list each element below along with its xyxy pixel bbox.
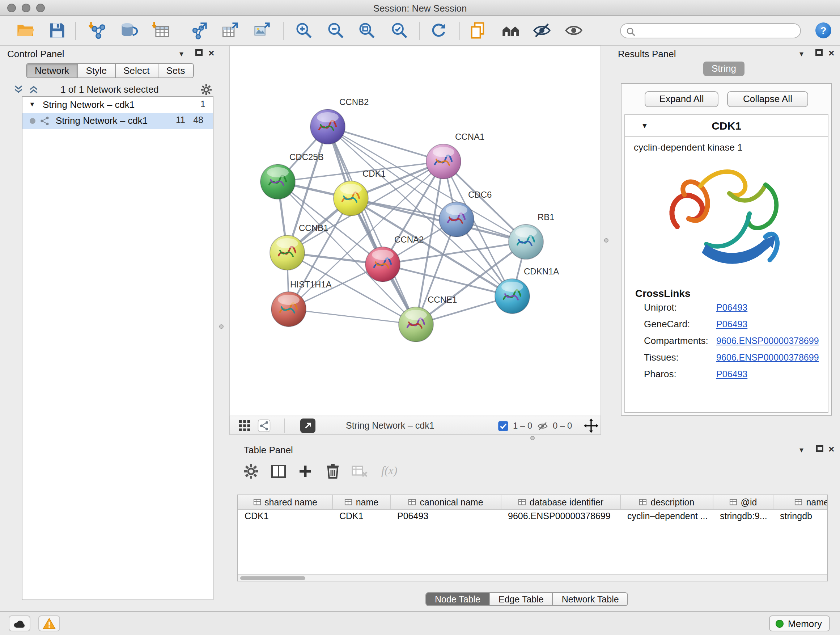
copy-document-icon[interactable] (468, 21, 487, 40)
crosslink-link[interactable]: P06493 (716, 369, 747, 379)
tab-network[interactable]: Network (27, 64, 78, 78)
memory-button[interactable]: Memory (769, 616, 830, 631)
panel-menu-icon[interactable]: ▾ (799, 49, 804, 58)
network-node[interactable] (495, 279, 530, 314)
panel-float-icon[interactable] (815, 49, 823, 56)
network-node[interactable] (365, 247, 400, 282)
table-header-cell[interactable]: canonical name (391, 495, 501, 509)
table-cell[interactable]: stringdb (774, 510, 828, 524)
crosslink-link[interactable]: P06493 (716, 319, 747, 329)
table-cell[interactable]: CDK1 (333, 510, 391, 524)
table-cell[interactable]: cyclin–dependent ... (621, 510, 714, 524)
collapse-all-button[interactable]: Collapse All (727, 91, 808, 107)
network-canvas[interactable]: CCNB2CCNA1CDC25BCDK1CDC6RB1CCNB1CCNA2CDK… (229, 46, 601, 416)
export-table-icon[interactable] (221, 21, 240, 40)
tab-style[interactable]: Style (78, 64, 115, 78)
crosslink-link[interactable]: 9606.ENSP00000378699 (716, 336, 819, 346)
add-column-icon[interactable] (297, 463, 314, 480)
show-graphics-details-icon[interactable] (564, 21, 583, 40)
network-row[interactable]: String Network – cdk1 11 48 (22, 113, 213, 129)
import-table-file-icon[interactable] (152, 21, 171, 40)
table-cell[interactable]: P06493 (391, 510, 501, 524)
expand-all-button[interactable]: Expand All (645, 91, 718, 107)
table-header-cell[interactable]: namespace (774, 495, 828, 509)
table-header-cell[interactable]: description (621, 495, 714, 509)
panel-close-icon[interactable]: × (208, 49, 214, 57)
network-node[interactable] (310, 109, 345, 144)
tab-string[interactable]: String (703, 62, 745, 76)
zoom-in-icon[interactable] (294, 21, 313, 40)
zoom-out-icon[interactable] (326, 21, 345, 40)
network-node[interactable] (399, 307, 433, 342)
tab-sets[interactable]: Sets (158, 64, 193, 78)
tab-select[interactable]: Select (115, 64, 158, 78)
table-header-cell[interactable]: shared name (238, 495, 333, 509)
network-node[interactable] (271, 292, 306, 326)
scrollbar-thumb[interactable] (240, 576, 305, 580)
function-builder-icon[interactable]: f(x) (381, 464, 397, 477)
tree-expander-icon[interactable]: ▼ (29, 101, 35, 108)
network-node[interactable] (333, 181, 368, 216)
hidden-eye-slash-icon[interactable] (537, 421, 548, 432)
table-cell[interactable]: stringdb:9... (714, 510, 774, 524)
help-icon[interactable]: ? (815, 22, 831, 38)
table-header-cell[interactable]: name (333, 495, 391, 509)
delete-column-icon[interactable] (324, 463, 341, 480)
delete-table-icon[interactable] (351, 463, 368, 480)
table-header-cell[interactable]: database identifier (501, 495, 621, 509)
network-node[interactable] (261, 165, 295, 199)
horizontal-splitter-handle[interactable] (531, 436, 535, 440)
network-edge[interactable] (328, 127, 444, 162)
gear-icon[interactable] (200, 83, 213, 96)
grid-icon[interactable] (238, 419, 251, 432)
network-edge[interactable] (328, 127, 416, 325)
cloud-button[interactable] (9, 616, 30, 631)
share-network-icon[interactable] (257, 419, 271, 432)
panel-menu-icon[interactable]: ▾ (180, 49, 183, 58)
import-network-database-icon[interactable] (119, 21, 138, 40)
network-edge[interactable] (289, 309, 416, 325)
panel-menu-icon[interactable]: ▾ (799, 445, 804, 454)
collapse-all-icon[interactable] (13, 84, 24, 95)
search-input[interactable] (638, 25, 796, 37)
import-network-file-icon[interactable] (88, 21, 107, 40)
export-image-icon[interactable] (253, 21, 271, 40)
table-row[interactable]: CDK1CDK1P064939606.ENSP00000378699cyclin… (238, 510, 827, 524)
zoom-selected-icon[interactable] (390, 21, 409, 40)
table-cell[interactable]: 9606.ENSP00000378699 (501, 510, 621, 524)
panel-close-icon[interactable]: × (829, 49, 834, 57)
tab-edge-table[interactable]: Edge Table (490, 593, 553, 605)
panel-close-icon[interactable]: × (829, 445, 834, 453)
refresh-icon[interactable] (429, 21, 448, 40)
network-node[interactable] (439, 202, 474, 237)
search-field[interactable] (620, 23, 801, 38)
tab-node-table[interactable]: Node Table (426, 593, 490, 605)
hide-graphics-details-icon[interactable] (532, 21, 551, 40)
right-splitter-handle[interactable] (604, 238, 608, 242)
tab-network-table[interactable]: Network Table (553, 593, 628, 605)
node-card-header[interactable]: ▼ CDK1 (625, 115, 828, 137)
network-node[interactable] (508, 225, 543, 259)
collapse-section-icon[interactable]: ▼ (641, 122, 648, 130)
left-splitter-handle[interactable] (219, 325, 224, 329)
network-node[interactable] (270, 235, 305, 270)
open-external-icon[interactable] (300, 418, 316, 433)
crosslink-link[interactable]: P06493 (716, 302, 747, 313)
zoom-fit-icon[interactable] (357, 21, 376, 40)
save-session-icon[interactable] (48, 21, 66, 40)
network-collection-row[interactable]: ▼ String Network – cdk1 1 (22, 97, 213, 113)
export-network-icon[interactable] (189, 21, 208, 40)
crosslink-link[interactable]: 9606.ENSP00000378699 (716, 353, 819, 363)
select-columns-icon[interactable] (270, 463, 287, 480)
panel-float-icon[interactable] (816, 445, 823, 452)
open-session-icon[interactable] (16, 21, 35, 40)
panel-float-icon[interactable] (195, 49, 202, 56)
table-horizontal-scrollbar[interactable] (238, 574, 827, 581)
network-node[interactable] (426, 144, 461, 179)
pan-crosshair-icon[interactable] (584, 418, 598, 433)
network-edge[interactable] (351, 198, 526, 242)
selected-checkbox-icon[interactable] (498, 421, 508, 432)
houses-icon[interactable] (501, 21, 520, 40)
table-cell[interactable]: CDK1 (238, 510, 333, 524)
warnings-button[interactable] (38, 616, 60, 631)
